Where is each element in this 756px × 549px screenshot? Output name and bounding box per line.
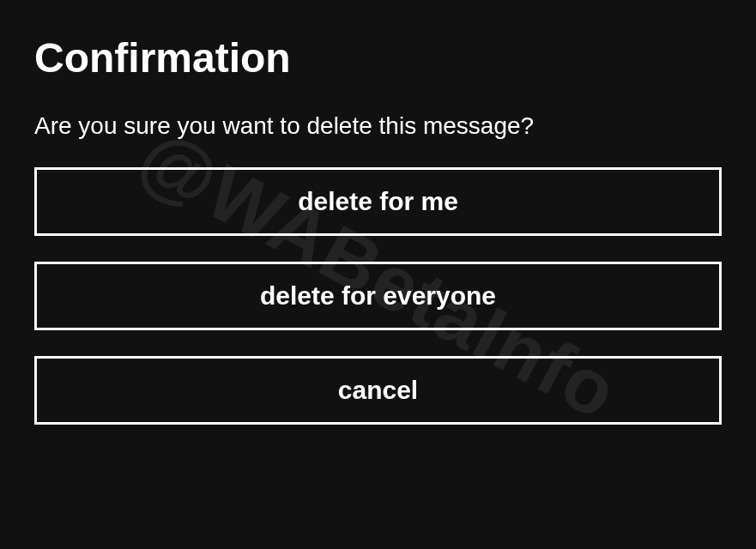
cancel-button[interactable]: cancel xyxy=(34,356,722,425)
delete-for-everyone-button[interactable]: delete for everyone xyxy=(34,262,722,330)
delete-for-me-button[interactable]: delete for me xyxy=(34,167,722,236)
dialog-message: Are you sure you want to delete this mes… xyxy=(34,112,722,140)
dialog-title: Confirmation xyxy=(34,34,722,81)
